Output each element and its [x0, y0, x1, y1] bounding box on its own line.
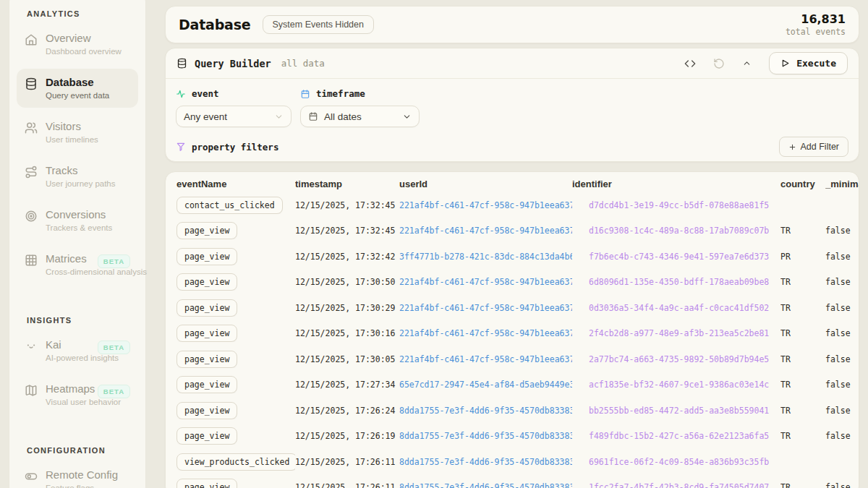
sidebar-item-title: Kai [46, 338, 90, 351]
fingerprint-icon [572, 302, 583, 313]
minimal-cell: false [825, 354, 859, 364]
sidebar-item-subtitle: Trackers & events [46, 223, 130, 234]
timeframe-field-label: timeframe [300, 88, 420, 99]
identifier-value: 2a77bc74-a663-4735-9892-50b89d7b94e5 [589, 354, 769, 364]
plus-icon [788, 143, 796, 151]
timestamp-cell: 12/15/2025, 17:27:34 [295, 380, 399, 390]
identifier-cell[interactable]: acf1835e-bf32-4607-9ce1-9386ac03e14c [572, 380, 780, 390]
sidebar-section-items: Kai AI-powered insights BETA Heatmaps Vi… [9, 331, 145, 414]
identifier-cell[interactable]: f489fdbc-15b2-427c-a56a-62e2123a6fa5 [572, 431, 780, 442]
grid-icon [25, 254, 38, 267]
timestamp-cell: 12/15/2025, 17:26:19 [295, 431, 399, 441]
country-cell: TR [780, 431, 825, 441]
sidebar-item-title: Database [46, 75, 130, 89]
reset-icon[interactable] [713, 58, 725, 69]
identifier-cell[interactable]: 1fcc2fa7-4b7f-42b3-8cd9-fa74505d7407 [572, 482, 780, 488]
user-id-link[interactable]: 221af4bf-c461-47cf-958c-947b1eea6371 [399, 354, 572, 364]
identifier-cell[interactable]: d7dcd4b1-3e19-49cc-b5df-078e88ae81f5 [572, 200, 780, 210]
sidebar-section-label: INSIGHTS [9, 309, 145, 326]
event-name-badge: page_view [176, 376, 237, 393]
beta-badge: BETA [98, 254, 130, 268]
identifier-cell[interactable]: 2a77bc74-a663-4735-9892-50b89d7b94e5 [572, 354, 780, 364]
table-row: contact_us_clicked 12/15/2025, 17:32:45 … [166, 192, 859, 218]
country-cell: TR [780, 482, 825, 488]
sidebar-item-database[interactable]: Database Query event data [17, 69, 138, 108]
user-id-link[interactable]: 3ff4771b-b278-421c-83dc-884c13da4b60 [399, 252, 572, 262]
play-icon [780, 59, 790, 68]
identifier-cell[interactable]: d16c9308-1c4c-489a-8c88-17ab7089c07b [572, 226, 780, 236]
page-header: Database System Events Hidden 16,831 tot… [165, 6, 859, 43]
user-id-link[interactable]: 221af4bf-c461-47cf-958c-947b1eea6371 [399, 303, 572, 313]
system-events-hidden-badge[interactable]: System Events Hidden [263, 15, 374, 34]
execute-button[interactable]: Execute [769, 52, 848, 74]
user-id-link[interactable]: 221af4bf-c461-47cf-958c-947b1eea6371 [399, 226, 572, 236]
sidebar-section-configuration: CONFIGURATION Remote Config Feature flag… [9, 439, 145, 488]
fingerprint-icon [572, 277, 583, 288]
identifier-cell[interactable]: 6961f1ce-06f2-4c09-854e-a836b93c35fb [572, 456, 780, 467]
map-icon [25, 384, 38, 397]
country-cell: PR [780, 252, 825, 262]
sidebar-item-subtitle: User journey paths [46, 179, 130, 189]
minimal-cell: false [825, 226, 859, 236]
sidebar-section-items: Overview Dashboard overview Database Que… [9, 25, 145, 284]
table-row: page_view 12/15/2025, 17:30:50 221af4bf-… [166, 270, 859, 296]
timestamp-cell: 12/15/2025, 17:26:11 [295, 457, 399, 467]
sidebar-item-title: Matrices [46, 252, 90, 265]
user-id-link[interactable]: 221af4bf-c461-47cf-958c-947b1eea6371 [399, 200, 572, 210]
user-id-link[interactable]: 8dda1755-7e3f-4dd6-9f35-4570db833832 [399, 406, 572, 416]
user-id-link[interactable]: 221af4bf-c461-47cf-958c-947b1eea6371 [399, 328, 572, 338]
identifier-value: f7b6ec4b-c743-4346-9e41-597ea7e6d373 [589, 252, 769, 262]
fingerprint-icon [572, 251, 583, 262]
fingerprint-icon [572, 200, 583, 210]
sidebar-item-visitors[interactable]: Visitors User timelines [17, 113, 138, 152]
minimal-cell: false [825, 406, 859, 416]
user-id-link[interactable]: 8dda1755-7e3f-4dd6-9f35-4570db833832 [399, 431, 572, 441]
identifier-cell[interactable]: f7b6ec4b-c743-4346-9e41-597ea7e6d373 [572, 251, 780, 262]
query-builder-toolbar: Query Builder all data Execute [166, 48, 859, 79]
query-builder-scope: all data [281, 58, 325, 69]
sidebar-item-matrices[interactable]: Matrices Cross-dimensional analysis BETA [17, 245, 138, 284]
activity-icon [176, 89, 186, 99]
code-icon[interactable] [684, 58, 696, 69]
sidebar-item-subtitle: AI-powered insights [46, 353, 90, 364]
country-cell: TR [780, 277, 825, 287]
event-select-value: Any event [184, 111, 227, 122]
query-builder-title: Query Builder [195, 58, 271, 69]
timestamp-cell: 12/15/2025, 17:30:29 [295, 303, 399, 313]
identifier-value: 2f4cb2d8-a977-48e9-af3b-213ea5c2be81 [589, 328, 769, 338]
user-id-link[interactable]: 221af4bf-c461-47cf-958c-947b1eea6371 [399, 277, 572, 287]
calendar-icon [300, 89, 310, 99]
sidebar-item-title: Conversions [46, 207, 130, 221]
event-name-badge: view_products_clicked [176, 453, 295, 471]
fingerprint-icon [572, 482, 583, 488]
query-builder-actions: Execute [684, 52, 848, 74]
sidebar-section-insights: INSIGHTS Kai AI-powered insights BETA He… [9, 309, 145, 414]
total-events-label: total events [786, 27, 846, 37]
event-name-badge: page_view [176, 351, 237, 368]
event-select[interactable]: Any event [176, 106, 292, 127]
identifier-cell[interactable]: bb2555bb-ed85-4472-add5-aa3e8b559041 [572, 405, 780, 416]
sidebar-item-kai[interactable]: Kai AI-powered insights BETA [17, 331, 138, 370]
country-cell: TR [780, 328, 825, 338]
users-icon [25, 121, 38, 134]
user-id-link[interactable]: 8dda1755-7e3f-4dd6-9f35-4570db833832 [399, 482, 572, 488]
sidebar-item-tracks[interactable]: Tracks User journey paths [17, 157, 138, 196]
collapse-icon[interactable] [742, 59, 752, 68]
sidebar-item-conversions[interactable]: Conversions Trackers & events [17, 201, 138, 240]
event-name-badge: page_view [176, 402, 237, 419]
sidebar-item-overview[interactable]: Overview Dashboard overview [17, 25, 138, 64]
fingerprint-icon [572, 431, 583, 442]
user-id-link[interactable]: 8dda1755-7e3f-4dd6-9f35-4570db833832 [399, 457, 572, 467]
fingerprint-icon [572, 456, 583, 467]
add-filter-button[interactable]: Add Filter [779, 137, 849, 157]
identifier-cell[interactable]: 2f4cb2d8-a977-48e9-af3b-213ea5c2be81 [572, 328, 780, 339]
identifier-value: 1fcc2fa7-4b7f-42b3-8cd9-fa74505d7407 [589, 482, 769, 488]
timeframe-select[interactable]: All dates [300, 106, 420, 127]
column-header-userid: userId [399, 179, 572, 189]
sidebar-item-remote-config[interactable]: Remote Config Feature flags [17, 461, 138, 488]
minimal-cell: false [825, 252, 859, 262]
sidebar-item-heatmaps[interactable]: Heatmaps Visual user behavior BETA [17, 375, 138, 414]
identifier-cell[interactable]: 6d8096d1-135e-4350-bdff-178aeab09be8 [572, 277, 780, 288]
user-id-link[interactable]: 65e7cd17-2947-45e4-af84-d5aeb9449e3a [399, 380, 572, 390]
identifier-cell[interactable]: 0d3036a5-34f4-4a9c-aa4f-c0cac41df502 [572, 302, 780, 313]
